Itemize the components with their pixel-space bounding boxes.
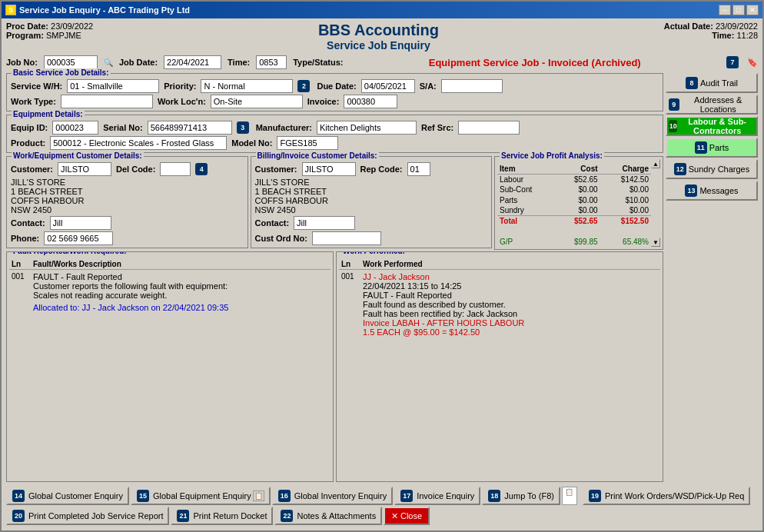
priority-input[interactable] [201,79,293,93]
print-return-docket-button[interactable]: 21 Print Return Docket [171,507,273,525]
rep-code-input[interactable] [407,162,430,176]
labour-subcontractors-button[interactable]: 10 Labour & Sub-Contractors [666,116,758,136]
addresses-locations-button[interactable]: 9 Addresses & Locations [666,95,758,115]
serial-no-input[interactable] [148,121,232,135]
left-main: Basic Service Job Details: Service W/H: … [6,73,663,482]
work-row1: 001 JJ - Jack Jackson 22/04/2021 13:15 t… [339,271,660,337]
proc-date-value: 23/09/2022 [51,22,93,31]
service-wh-input[interactable] [67,79,159,93]
badge-4: 4 [195,163,208,175]
close-window-button[interactable]: ✕ Close [384,507,430,525]
search-icon[interactable]: 🔍 [104,58,113,67]
main-window: S Service Job Enquiry - ABC Trading Pty … [0,0,764,532]
invoice-label: Invoice: [307,97,340,106]
work-line3: Fault has been rectified by: Jack Jackso… [363,309,658,318]
bill-customer-input[interactable] [302,162,356,176]
job-date-input[interactable] [164,55,221,69]
basic-row1: Service W/H: Priority: 2 Due Date: S/A: [11,79,659,93]
bill-customer-label: Customer: [255,165,297,174]
equip-id-label: Equip ID: [11,123,48,132]
minimize-button[interactable]: ─ [719,5,731,15]
model-no-input[interactable] [277,136,338,150]
program-label: Program: [6,31,44,40]
due-date-input[interactable] [361,79,415,93]
job-no-label: Job No: [6,58,38,67]
audit-trail-button[interactable]: 8 Audit Trail [666,73,758,93]
print-work-orders-button[interactable]: 19 Print Work Orders/WSD/Pick-Up Req [583,487,750,505]
profit-total-charge: $152.50 [600,216,651,227]
work-locn-label: Work Loc'n: [158,97,206,106]
close-x-icon: ✕ [391,511,398,520]
work-phone-input[interactable] [44,231,113,245]
sia-input[interactable] [441,79,503,93]
badge-17: 17 [400,490,413,502]
messages-button[interactable]: 13 Messages [666,181,758,201]
print-completed-job-button[interactable]: 20 Print Completed Job Service Report [6,507,169,525]
manufacturer-label: Manufacturer: [256,123,312,132]
parts-button[interactable]: 11 Parts [666,138,758,158]
badge-15: 15 [137,490,149,502]
notes-attachments-label: Notes & Attachments [297,511,376,520]
print-completed-job-label: Print Completed Job Service Report [28,511,163,520]
close-button[interactable]: ✕ [746,5,759,15]
manufacturer-input[interactable] [317,121,417,135]
equipment-icon: 📋 [253,490,264,501]
bill-contact-input[interactable] [294,216,355,230]
profit-row-sundry: Sundry $0.00 $0.00 [497,205,651,216]
job-date-label: Job Date: [119,58,158,67]
job-time-input[interactable] [256,55,287,69]
profit-scroll-track [651,168,660,238]
profit-charge-sundry: $0.00 [600,205,651,216]
app-subtitle: Service Job Enquiry [93,39,664,52]
maximize-button[interactable]: □ [732,5,745,15]
profit-row-parts: Parts $0.00 $10.00 [497,195,651,205]
profit-charge-parts: $10.00 [600,195,651,205]
profit-table: Item Cost Charge Labour $52.65 [497,164,651,247]
fault-alloc: Allocated to: JJ - Jack Jackson on 22/04… [33,303,328,312]
work-addr-1: JILL'S STORE [11,178,244,187]
work-locn-input[interactable] [211,95,303,108]
work-col-desc: Work Performed [360,259,660,269]
profit-charge-subcont: $0.00 [600,185,651,195]
profit-scroll-down[interactable]: ▼ [651,238,660,247]
ref-src-label: Ref Src: [421,123,453,132]
bill-addr-4: NSW 2450 [255,205,488,214]
profit-item-sundry: Sundry [497,205,556,216]
bookmark-icon[interactable]: 🔖 [747,58,758,68]
fault-col-ln: Ln [9,259,31,269]
fault-desc-text: FAULT - Fault Reported [33,272,328,281]
global-equipment-enquiry-button[interactable]: 15 Global Equipment Enquiry 📋 [131,487,271,505]
fault-detail2: Scales not reading accurate weight. [33,291,328,300]
work-line1: FAULT - Fault Reported [363,291,658,300]
model-no-label: Model No: [231,138,272,148]
top-left-info: Proc Date: 23/09/2022 Program: SMPJME [6,22,93,40]
product-input[interactable] [50,136,227,150]
global-inventory-enquiry-button[interactable]: 16 Global Inventory Enquiry [272,487,393,505]
ref-src-input[interactable] [458,121,520,135]
job-no-input[interactable] [44,55,98,69]
work-type-input[interactable] [61,95,153,108]
sundry-charges-button[interactable]: 12 Sundry Charges [666,159,758,179]
work-customer-input[interactable] [58,162,111,176]
bill-customer-section: Billing/Invoice Customer Details: Custom… [251,156,493,248]
jump-to-button[interactable]: 18 Jump To (F8) [482,487,560,505]
cust-ord-input[interactable] [312,231,381,245]
profit-cost-labour: $52.65 [556,175,600,185]
fault-divider [9,269,331,270]
equip-id-input[interactable] [52,121,98,135]
bottom-buttons: 14 Global Customer Enquiry 15 Global Equ… [6,484,758,527]
work-addr-4: NSW 2450 [11,205,244,214]
invoice-enquiry-button[interactable]: 17 Invoice Enquiry [394,487,480,505]
work-customer-section: Work/Equipment Customer Details: Custome… [6,156,248,248]
invoice-input[interactable] [344,95,397,108]
equip-title: Equipment Details: [12,110,85,118]
badge-14: 14 [12,490,25,502]
work-contact-row: Contact: [11,216,244,230]
profit-scroll-up[interactable]: ▲ [651,159,660,168]
profit-gp-pct: 65.48% [600,237,651,247]
global-customer-enquiry-button[interactable]: 14 Global Customer Enquiry [6,487,129,505]
profit-total-label: Total [497,216,556,227]
del-code-input[interactable] [160,162,191,176]
notes-attachments-button[interactable]: 22 Notes & Attachments [274,507,382,525]
work-contact-input[interactable] [50,216,111,230]
